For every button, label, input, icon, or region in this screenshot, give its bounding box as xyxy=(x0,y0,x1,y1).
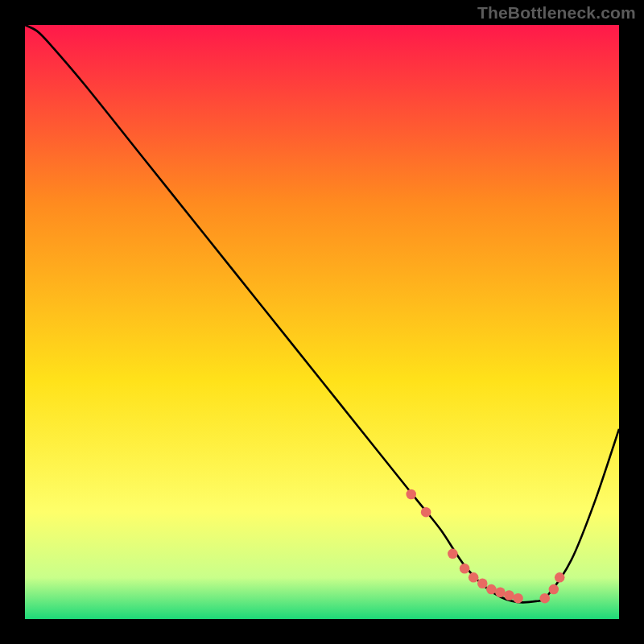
watermark-text: TheBottleneck.com xyxy=(477,3,636,23)
chart-marker xyxy=(549,584,559,595)
chart-marker xyxy=(406,489,416,500)
chart-marker xyxy=(448,549,458,559)
chart-marker xyxy=(555,572,565,583)
chart-marker xyxy=(421,507,431,518)
chart-marker xyxy=(513,593,523,604)
chart-marker xyxy=(495,588,506,598)
chart-marker xyxy=(504,590,514,601)
chart-frame: TheBottleneck.com xyxy=(0,0,644,644)
chart-marker xyxy=(460,564,470,574)
chart-background xyxy=(25,25,619,619)
chart-marker xyxy=(486,584,497,595)
chart-marker xyxy=(469,572,479,583)
chart-marker xyxy=(539,593,550,604)
chart-plot xyxy=(25,25,619,619)
chart-marker xyxy=(477,578,488,588)
